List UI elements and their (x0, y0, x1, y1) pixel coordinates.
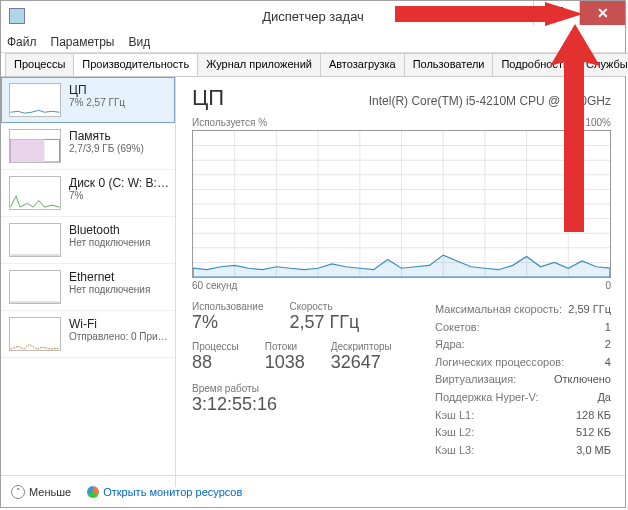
sidebar-eth-label: Ethernet (69, 270, 150, 284)
annotation-arrow-2 (540, 22, 610, 232)
l3-value: 3,0 МБ (576, 442, 611, 460)
chart-bot-left-label: 60 секунд (192, 280, 237, 291)
l3-label: Кэш L3: (435, 442, 474, 460)
l1-label: Кэш L1: (435, 407, 474, 425)
tabbar: Процессы Производительность Журнал прило… (1, 53, 625, 77)
sidebar-item-disk[interactable]: Диск 0 (C: W: B: M:)7% (1, 170, 175, 217)
open-resource-monitor-link[interactable]: Открыть монитор ресурсов (87, 486, 242, 498)
mem-thumb (9, 129, 61, 163)
sidebar-item-memory[interactable]: Память2,7/3,9 ГБ (69%) (1, 123, 175, 170)
chevron-up-icon: ˄ (11, 485, 25, 499)
handles-value: 32647 (331, 352, 392, 373)
svg-rect-1 (11, 139, 45, 162)
l2-value: 512 КБ (576, 424, 611, 442)
usage-value: 7% (192, 312, 263, 333)
speed-value: 2,57 ГГц (289, 312, 359, 333)
svg-marker-23 (550, 24, 600, 232)
disk-thumb (9, 176, 61, 210)
menu-options[interactable]: Параметры (51, 35, 115, 49)
threads-value: 1038 (265, 352, 305, 373)
fewer-details-button[interactable]: ˄ Меньше (11, 485, 71, 499)
main-title: ЦП (192, 85, 224, 111)
usage-label: Использование (192, 301, 263, 312)
sidebar-eth-sub: Нет подключения (69, 284, 150, 295)
tab-processes[interactable]: Процессы (5, 53, 74, 76)
sidebar-bt-label: Bluetooth (69, 223, 150, 237)
cores-label: Ядра: (435, 336, 465, 354)
sockets-label: Сокетов: (435, 319, 480, 337)
sidebar-item-cpu[interactable]: ЦП7% 2,57 ГГц (1, 77, 175, 123)
eth-thumb (9, 270, 61, 304)
sidebar-cpu-label: ЦП (69, 83, 125, 97)
sidebar-disk-sub: 7% (69, 190, 169, 201)
sidebar-wifi-label: Wi-Fi (69, 317, 169, 331)
sidebar-cpu-sub: 7% 2,57 ГГц (69, 97, 125, 108)
sidebar-item-bluetooth[interactable]: BluetoothНет подключения (1, 217, 175, 264)
sidebar-bt-sub: Нет подключения (69, 237, 150, 248)
l2-label: Кэш L2: (435, 424, 474, 442)
tab-performance[interactable]: Производительность (73, 53, 198, 76)
hyperv-value: Да (597, 389, 611, 407)
app-icon (9, 8, 25, 24)
sidebar-item-ethernet[interactable]: EthernetНет подключения (1, 264, 175, 311)
logcpu-label: Логических процессоров: (435, 354, 564, 372)
sidebar-mem-label: Память (69, 129, 144, 143)
sidebar-wifi-sub: Отправлено: 0 Принято: 0 (69, 331, 169, 342)
threads-label: Потоки (265, 341, 305, 352)
maxspeed-label: Максимальная скорость: (435, 301, 562, 319)
cores-value: 2 (605, 336, 611, 354)
window-title: Диспетчер задач (262, 9, 364, 24)
cpu-thumb (9, 83, 61, 117)
sidebar-disk-label: Диск 0 (C: W: B: M:) (69, 176, 169, 190)
tab-startup[interactable]: Автозагрузка (320, 53, 405, 76)
menu-view[interactable]: Вид (128, 35, 150, 49)
chart-bot-right-label: 0 (605, 280, 611, 291)
virt-value: Отключено (554, 371, 611, 389)
processes-value: 88 (192, 352, 239, 373)
bt-thumb (9, 223, 61, 257)
virt-label: Виртуализация: (435, 371, 516, 389)
maxspeed-value: 2,59 ГГц (568, 301, 611, 319)
hyperv-label: Поддержка Hyper-V: (435, 389, 538, 407)
tab-users[interactable]: Пользователи (404, 53, 494, 76)
footer: ˄ Меньше Открыть монитор ресурсов (1, 475, 625, 507)
handles-label: Дескрипторы (331, 341, 392, 352)
uptime-label: Время работы (192, 383, 435, 394)
sidebar: ЦП7% 2,57 ГГц Память2,7/3,9 ГБ (69%) Дис… (1, 77, 176, 487)
speed-label: Скорость (289, 301, 359, 312)
resmon-icon (87, 486, 99, 498)
resmon-label: Открыть монитор ресурсов (103, 486, 242, 498)
sockets-value: 1 (605, 319, 611, 337)
menu-file[interactable]: Файл (7, 35, 37, 49)
uptime-value: 3:12:55:16 (192, 394, 435, 415)
tab-app-history[interactable]: Журнал приложений (197, 53, 321, 76)
wifi-thumb (9, 317, 61, 351)
logcpu-value: 4 (605, 354, 611, 372)
chart-top-left-label: Используется % (192, 117, 267, 128)
processes-label: Процессы (192, 341, 239, 352)
fewer-label: Меньше (29, 486, 71, 498)
sidebar-item-wifi[interactable]: Wi-FiОтправлено: 0 Принято: 0 (1, 311, 175, 358)
sidebar-mem-sub: 2,7/3,9 ГБ (69%) (69, 143, 144, 154)
l1-value: 128 КБ (576, 407, 611, 425)
